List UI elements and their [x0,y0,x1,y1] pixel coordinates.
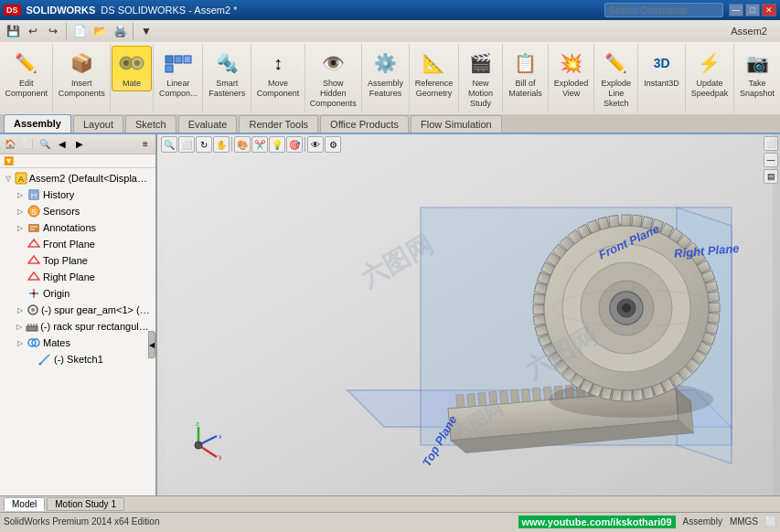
tab-office-products[interactable]: Office Products [320,115,409,133]
tab-sketch[interactable]: Sketch [125,115,176,133]
insert-components-button[interactable]: 📦 InsertComponents [54,46,110,101]
instant3d-label: Instant3D [644,79,679,89]
view-zoom-in[interactable]: 🔍 [161,136,177,153]
linear-component-label: LinearCompon... [159,79,198,99]
tree-item-spur-gear[interactable]: ▷ (-) spur gear_am<1> (Metr [0,302,155,318]
viewport[interactable]: 🔍 ⬜ ↻ ✋ 🎨 ✂️ 💡 🎯 👁 ⚙ [157,134,780,495]
window-controls: — □ ✕ [729,4,776,16]
minimize-button[interactable]: — [729,4,743,16]
view-section[interactable]: ✂️ [251,136,268,153]
tab-layout[interactable]: Layout [73,115,123,133]
qat-redo[interactable]: ↪ [44,22,62,40]
view-rotate[interactable]: ↻ [196,136,212,153]
tree-item-sketch1[interactable]: (-) Sketch1 [0,351,155,367]
svg-marker-17 [28,239,39,247]
view-perspective[interactable]: 🎯 [286,136,303,153]
tab-flow-simulation[interactable]: Flow Simulation [411,115,502,133]
tab-motion-study[interactable]: Motion Study 1 [47,497,124,511]
search-commands-input[interactable] [604,3,723,17]
show-hidden-button[interactable]: 👁️ ShowHiddenComponents [305,46,361,111]
tree-home-btn[interactable]: 🏠 [2,136,18,153]
qat-save[interactable]: 💾 [4,22,22,40]
vp-maximize-btn[interactable]: ⬜ [764,136,778,151]
svg-rect-25 [27,326,37,331]
view-pan[interactable]: ✋ [213,136,230,153]
svg-text:x: x [219,432,221,441]
tab-assembly[interactable]: Assembly [4,114,71,133]
mate-button[interactable]: Mate [112,46,152,91]
tree-item-origin[interactable]: Origin [0,285,155,302]
tree-item-history[interactable]: ▷ H History [0,186,155,203]
assembly-features-icon: ⚙️ [371,48,401,78]
tree-item-right-plane[interactable]: Right Plane [0,269,155,285]
qat-open[interactable]: 📂 [91,22,109,40]
svg-marker-19 [28,272,39,280]
tree-resize-handle[interactable]: ◀ [148,331,155,358]
explode-line-sketch-button[interactable]: ✏️ ExplodeLineSketch [596,46,636,111]
svg-rect-76 [708,314,720,324]
front-plane-label: Front Plane [43,239,95,250]
edit-component-button[interactable]: ✏️ EditComponent [0,46,52,101]
vp-minimize-btn[interactable]: — [764,153,778,167]
smart-fasteners-label: SmartFasteners [208,79,245,99]
tree-item-front-plane[interactable]: Front Plane [0,236,155,252]
view-options[interactable]: ⚙ [325,136,341,153]
history-icon: H [27,187,41,202]
assembly-features-button[interactable]: ⚙️ AssemblyFeatures [363,46,408,101]
tree-item-sensors[interactable]: ▷ S Sensors [0,203,155,219]
tree-filter-btn[interactable]: 🔍 [37,136,53,153]
new-motion-study-label: NewMotionStudy [468,79,493,108]
qat-new[interactable]: 📄 [70,22,89,40]
linear-component-button[interactable]: LinearCompon... [155,46,202,101]
update-speedpak-button[interactable]: ⚡ UpdateSpeedpak [687,46,733,101]
tree-root-item[interactable]: ▽ A Assem2 (Default<Display State [0,170,155,186]
tree-item-top-plane[interactable]: Top Plane [0,252,155,269]
new-motion-study-button[interactable]: 🎬 NewMotionStudy [461,46,501,111]
view-hide-show[interactable]: 👁 [307,136,324,153]
title-text: DS SOLIDWORKS - Assem2 * [101,5,604,16]
tab-evaluate[interactable]: Evaluate [178,115,238,133]
move-component-label: MoveComponent [257,79,300,99]
mates-expand: ▷ [15,337,26,348]
statusbar-units: MMGS [730,516,758,527]
reference-geometry-button[interactable]: 📐 ReferenceGeometry [411,46,458,101]
exploded-view-button[interactable]: 💥 ExplodedView [550,46,593,101]
move-component-button[interactable]: ↕️ MoveComponent [252,46,305,101]
svg-point-24 [31,308,35,312]
maximize-button[interactable]: □ [745,4,760,16]
titlebar: DS SOLIDWORKS DS SOLIDWORKS - Assem2 * —… [0,0,780,20]
svg-rect-45 [521,389,529,403]
bill-of-materials-button[interactable]: 📋 Bill ofMaterials [504,46,547,101]
vp-view-btn[interactable]: ▤ [764,169,778,184]
new-motion-study-icon: 🎬 [466,48,496,78]
annotations-icon [27,220,41,235]
tree-item-rack-spur[interactable]: ▷ (-) rack spur rectangular_an [0,318,155,335]
take-snapshot-button[interactable]: 📷 TakeSnapshot [735,46,779,101]
svg-point-33 [39,363,42,366]
take-snapshot-icon: 📷 [743,48,772,78]
qat-print[interactable]: 🖨️ [111,22,129,40]
svg-point-2 [123,60,129,66]
smart-fasteners-button[interactable]: 🔩 SmartFasteners [204,46,250,101]
svg-rect-43 [500,391,508,405]
tree-expand-all-btn[interactable]: ≡ [137,136,154,153]
view-lights[interactable]: 💡 [269,136,285,153]
spur-gear-icon [26,303,39,317]
feature-tree-panel: 🏠 ⬜ 🔍 ◀ ▶ ≡ 🔽 ▽ A Assem2 (Defaul [0,134,157,495]
instant3d-button[interactable]: 3D Instant3D [639,46,684,91]
close-button[interactable]: ✕ [762,4,776,16]
tree-item-mates[interactable]: ▷ Mates [0,335,155,351]
tree-forward-btn[interactable]: ▶ [71,136,88,153]
svg-rect-100 [533,315,545,326]
tree-collapse-btn[interactable]: ⬜ [19,136,36,153]
tab-render-tools[interactable]: Render Tools [239,115,318,133]
qat-options[interactable]: ▼ [137,22,155,40]
view-display-mode[interactable]: 🎨 [234,136,251,153]
tree-item-annotations[interactable]: ▷ Annotations [0,219,155,236]
tree-back-btn[interactable]: ◀ [54,136,70,153]
tree-filter-icon: 🔽 [4,156,14,165]
tab-model[interactable]: Model [4,497,45,511]
qat-undo[interactable]: ↩ [24,22,42,40]
view-zoom-fit[interactable]: ⬜ [178,136,195,153]
statusbar-left-text: SolidWorks Premium 2014 x64 Edition [4,516,518,527]
